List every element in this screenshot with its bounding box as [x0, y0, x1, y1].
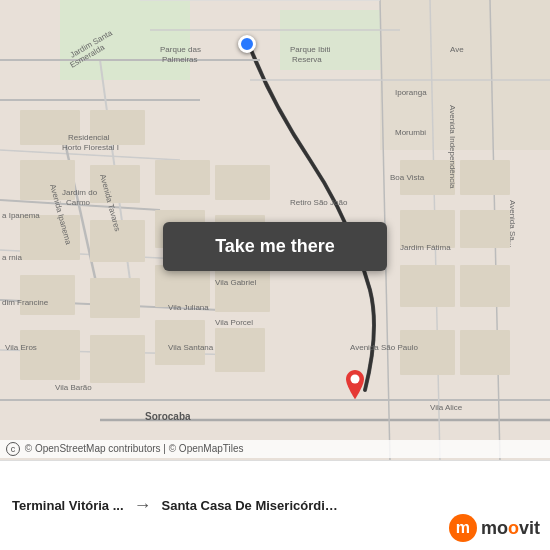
route-to: Santa Casa De Misericórdia De ...	[162, 498, 342, 513]
origin-marker	[238, 35, 256, 53]
svg-text:Morumbi: Morumbi	[395, 128, 426, 137]
svg-rect-25	[90, 165, 140, 203]
copyright-icon: c	[6, 442, 20, 456]
svg-rect-1	[60, 0, 190, 80]
moovit-logo-circle: m	[449, 514, 477, 542]
svg-rect-44	[460, 330, 510, 375]
map-container: Jardim Santa Esmeralda Parque das Palmei…	[0, 0, 550, 460]
svg-rect-43	[460, 265, 510, 307]
svg-text:Vila Santana: Vila Santana	[168, 343, 214, 352]
svg-rect-23	[20, 330, 80, 380]
map-attribution: c © OpenStreetMap contributors | © OpenM…	[0, 440, 550, 458]
svg-rect-39	[400, 265, 455, 307]
svg-text:Iporanga: Iporanga	[395, 88, 427, 97]
svg-text:Residencial: Residencial	[68, 133, 110, 142]
svg-text:a rnia: a rnia	[2, 253, 23, 262]
svg-rect-28	[90, 335, 145, 383]
take-me-there-button[interactable]: Take me there	[163, 222, 387, 271]
svg-text:Carmo: Carmo	[66, 198, 91, 207]
svg-text:Reserva: Reserva	[292, 55, 322, 64]
moovit-letter: m	[456, 519, 470, 537]
svg-text:Sorocaba: Sorocaba	[145, 411, 191, 422]
svg-rect-41	[460, 160, 510, 195]
route-from-name: Terminal Vitória ...	[12, 498, 124, 513]
app: Jardim Santa Esmeralda Parque das Palmei…	[0, 0, 550, 550]
svg-text:Jardim do: Jardim do	[62, 188, 98, 197]
svg-rect-36	[215, 328, 265, 372]
svg-text:Parque das: Parque das	[160, 45, 201, 54]
route-arrow-icon: →	[134, 495, 152, 516]
bottom-bar: Terminal Vitória ... → Santa Casa De Mis…	[0, 460, 550, 550]
svg-point-79	[351, 375, 360, 384]
route-from: Terminal Vitória ...	[12, 498, 124, 513]
svg-text:Horto Florestal I: Horto Florestal I	[62, 143, 119, 152]
moovit-logo: m moovit	[449, 514, 540, 542]
svg-text:Vila Gabriel: Vila Gabriel	[215, 278, 256, 287]
svg-text:Parque Ibiti: Parque Ibiti	[290, 45, 331, 54]
svg-text:Vila Alice: Vila Alice	[430, 403, 463, 412]
svg-text:a Ipanema: a Ipanema	[2, 211, 40, 220]
svg-rect-42	[460, 210, 510, 248]
svg-rect-33	[215, 165, 270, 200]
svg-text:Vila Juliana: Vila Juliana	[168, 303, 209, 312]
svg-text:Retiro São João: Retiro São João	[290, 198, 348, 207]
attribution-text: © OpenStreetMap contributors | © OpenMap…	[25, 443, 244, 454]
route-to-name: Santa Casa De Misericórdia De ...	[162, 498, 342, 513]
svg-text:Jardim Fátima: Jardim Fátima	[400, 243, 451, 252]
svg-text:Avenida Sa...: Avenida Sa...	[508, 200, 517, 247]
svg-rect-27	[90, 278, 140, 318]
svg-text:Boa Vista: Boa Vista	[390, 173, 425, 182]
svg-text:Vila Eros: Vila Eros	[5, 343, 37, 352]
destination-marker	[341, 370, 369, 435]
route-info: Terminal Vitória ... → Santa Casa De Mis…	[12, 495, 538, 516]
svg-rect-35	[215, 270, 270, 312]
svg-text:Avenida Independência: Avenida Independência	[448, 105, 457, 189]
svg-text:Vila Barão: Vila Barão	[55, 383, 92, 392]
svg-rect-29	[155, 160, 210, 195]
svg-rect-22	[20, 275, 75, 315]
svg-text:Palmeiras: Palmeiras	[162, 55, 198, 64]
svg-text:dim Francine: dim Francine	[2, 298, 49, 307]
svg-rect-40	[400, 330, 455, 375]
svg-text:Ave: Ave	[450, 45, 464, 54]
svg-text:Vila Porcel: Vila Porcel	[215, 318, 253, 327]
svg-text:Avenida São Paulo: Avenida São Paulo	[350, 343, 418, 352]
moovit-brand-text: moovit	[481, 518, 540, 539]
